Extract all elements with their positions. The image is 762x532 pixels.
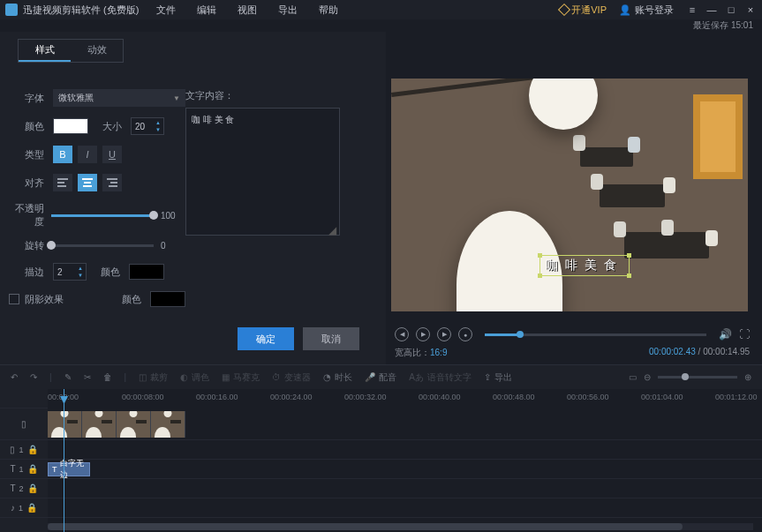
playback-time: 00:00:02.43 / 00:00:14.95 xyxy=(649,347,750,359)
mosaic-tool[interactable]: ▦ 马赛克 xyxy=(222,371,260,384)
tracks-area[interactable]: 00:00:00 00:00:08:00 00:00:16.00 00:00:2… xyxy=(48,389,762,532)
spin-down-icon[interactable]: ▼ xyxy=(154,126,162,133)
last-save-label: 最近保存 15:01 xyxy=(0,19,762,32)
timeline-scrollbar[interactable] xyxy=(48,523,753,530)
prev-frame-button[interactable]: ◀ xyxy=(395,327,409,341)
preview-panel: 咖啡美食 ◀ ▶ ▶ ● 🔊 ⛶ 宽高比：16:9 00:00:02.43 / … xyxy=(386,32,762,364)
zoom-slider[interactable] xyxy=(658,376,737,378)
login-button[interactable]: 👤 账号登录 xyxy=(619,4,674,17)
minimize-icon[interactable]: — xyxy=(705,4,718,15)
stroke-color-label: 颜色 xyxy=(95,266,120,279)
spin-up-icon[interactable]: ▲ xyxy=(76,265,85,272)
align-label: 对齐 xyxy=(9,176,44,190)
aspect-ratio: 宽高比：16:9 xyxy=(395,347,447,359)
align-center-button[interactable] xyxy=(78,174,97,191)
video-track-label[interactable]: ▯ xyxy=(0,408,48,440)
maximize-icon[interactable]: □ xyxy=(725,4,737,15)
text-icon: T xyxy=(52,465,57,474)
align-right-button[interactable] xyxy=(102,174,122,191)
text-track-2[interactable] xyxy=(48,479,762,498)
menu-bar: 文件 编辑 视图 导出 帮助 xyxy=(156,4,338,17)
delete-button[interactable]: 🗑 xyxy=(103,372,112,382)
zoom-in-icon[interactable]: ⊕ xyxy=(744,372,751,382)
size-label: 大小 xyxy=(97,120,122,133)
crop-tool[interactable]: ◫ 裁剪 xyxy=(139,371,168,384)
close-icon[interactable]: × xyxy=(744,4,757,15)
pip-track[interactable] xyxy=(48,440,762,460)
pip-track-label[interactable]: ▯1🔒 xyxy=(0,440,48,460)
shadow-color-swatch[interactable] xyxy=(150,291,185,307)
cut-button[interactable]: ✂ xyxy=(84,372,91,382)
export-tool[interactable]: ⇪ 导出 xyxy=(484,371,512,384)
speech-tool[interactable]: Aあ 语音转文字 xyxy=(409,371,472,384)
rotate-value: 0 xyxy=(161,241,185,251)
timeline: ▯ ▯1🔒 T1🔒 T2🔒 ♪1🔒 00:00:00 00:00:08:00 0… xyxy=(0,389,762,532)
confirm-button[interactable]: 确定 xyxy=(238,327,294,350)
spin-down-icon[interactable]: ▼ xyxy=(76,272,85,279)
duration-tool[interactable]: ◔ 时长 xyxy=(323,371,352,384)
video-clip[interactable] xyxy=(48,411,185,438)
audio-track[interactable] xyxy=(48,498,762,518)
text-track-1-label[interactable]: T1🔒 xyxy=(0,460,48,479)
playback-controls: ◀ ▶ ▶ ● 🔊 ⛶ xyxy=(391,327,753,341)
menu-help[interactable]: 帮助 xyxy=(319,4,338,17)
opacity-value: 100 xyxy=(161,211,185,221)
audio-tool[interactable]: 🎤 配音 xyxy=(365,371,396,384)
lamp-icon xyxy=(529,79,598,130)
stroke-input[interactable]: 2 ▲▼ xyxy=(53,263,87,281)
resize-handle-icon[interactable]: ◢ xyxy=(328,224,337,233)
title-bar: 迅捷视频剪辑软件 (免费版) 文件 编辑 视图 导出 帮助 开通VIP 👤 账号… xyxy=(0,0,762,19)
timeline-toolbar: ↶ ↷ | ✎ ✂ 🗑 | ◫ 裁剪 ◐ 调色 ▦ 马赛克 ⏱ 变速器 ◔ 时长… xyxy=(0,364,762,389)
align-left-button[interactable] xyxy=(53,174,72,191)
underline-button[interactable]: U xyxy=(102,146,122,163)
audio-track-label[interactable]: ♪1🔒 xyxy=(0,498,48,518)
menu-export[interactable]: 导出 xyxy=(278,4,298,17)
subtitle-overlay[interactable]: 咖啡美食 xyxy=(539,255,630,276)
speed-tool[interactable]: ⏱ 变速器 xyxy=(272,371,311,384)
opacity-slider[interactable] xyxy=(51,214,154,217)
shadow-label: 阴影效果 xyxy=(25,293,64,306)
tab-style[interactable]: 样式 xyxy=(19,40,71,62)
play-button[interactable]: ▶ xyxy=(416,327,430,341)
text-track-2-label[interactable]: T2🔒 xyxy=(0,479,48,498)
playhead[interactable] xyxy=(64,389,64,532)
zoom-out-icon[interactable]: ⊖ xyxy=(644,372,651,382)
undo-button[interactable]: ↶ xyxy=(11,372,18,382)
spin-up-icon[interactable]: ▲ xyxy=(154,119,162,126)
size-input[interactable]: 20 ▲▼ xyxy=(131,117,164,135)
shadow-checkbox[interactable] xyxy=(9,294,19,304)
diamond-icon xyxy=(558,4,570,16)
menu-view[interactable]: 视图 xyxy=(238,4,257,17)
content-textarea[interactable]: 咖 啡 美 食 ◢ xyxy=(185,108,340,236)
font-label: 字体 xyxy=(9,92,44,105)
stop-button[interactable]: ● xyxy=(458,327,472,341)
text-color-swatch[interactable] xyxy=(53,118,88,134)
hamburger-icon[interactable]: ≡ xyxy=(686,4,698,15)
menu-edit[interactable]: 编辑 xyxy=(197,4,216,17)
menu-file[interactable]: 文件 xyxy=(156,4,176,17)
vip-button[interactable]: 开通VIP xyxy=(560,4,607,17)
time-ruler[interactable]: 00:00:00 00:00:08:00 00:00:16.00 00:00:2… xyxy=(48,389,762,408)
stroke-color-swatch[interactable] xyxy=(129,264,164,280)
next-frame-button[interactable]: ▶ xyxy=(437,327,451,341)
text-clip[interactable]: T 白字无边 xyxy=(48,462,90,476)
content-label: 文字内容： xyxy=(185,89,377,102)
redo-button[interactable]: ↷ xyxy=(30,372,37,382)
cancel-button[interactable]: 取消 xyxy=(303,327,359,350)
italic-button[interactable]: I xyxy=(78,146,97,163)
playback-slider[interactable] xyxy=(485,333,706,336)
edit-button[interactable]: ✎ xyxy=(64,372,72,382)
fullscreen-icon[interactable]: ⛶ xyxy=(739,328,750,341)
tab-motion[interactable]: 动效 xyxy=(71,40,123,62)
text-track-1[interactable]: T 白字无边 xyxy=(48,460,762,479)
track-labels: ▯ ▯1🔒 T1🔒 T2🔒 ♪1🔒 xyxy=(0,389,48,532)
font-select[interactable]: 微软雅黑 ▼ xyxy=(53,89,185,107)
bold-button[interactable]: B xyxy=(53,146,72,163)
video-preview[interactable]: 咖啡美食 xyxy=(391,79,748,311)
stroke-label: 描边 xyxy=(9,266,44,279)
video-track[interactable] xyxy=(48,408,762,440)
volume-icon[interactable]: 🔊 xyxy=(719,328,732,341)
rotate-slider[interactable] xyxy=(51,244,154,247)
adjust-tool[interactable]: ◐ 调色 xyxy=(180,371,209,384)
zoom-fit-icon[interactable]: ▭ xyxy=(629,372,637,382)
